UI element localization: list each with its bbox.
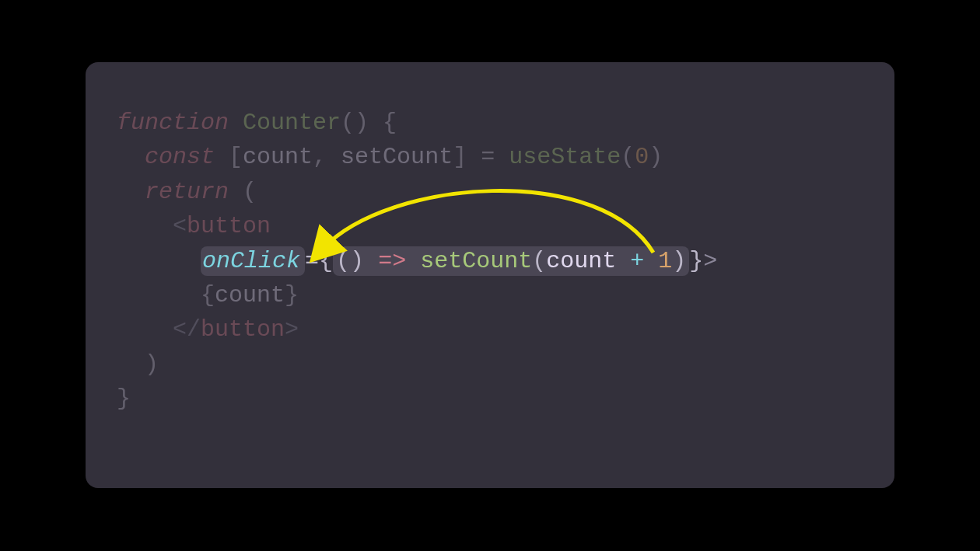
keyword-const: const	[145, 144, 215, 170]
highlight-onclick-attr: onClick	[201, 246, 305, 276]
fn-name: Counter	[243, 110, 341, 136]
code-block: function Counter() { const [count, setCo…	[117, 106, 863, 417]
code-panel: function Counter() { const [count, setCo…	[86, 62, 894, 488]
highlight-lambda-body: () => setCount(count + 1)	[333, 246, 689, 276]
attr-onclick: onClick	[202, 248, 300, 274]
call-setcount: setCount	[420, 248, 532, 274]
keyword-function: function	[117, 110, 229, 136]
jsx-tag-button-open: button	[187, 213, 271, 239]
jsx-tag-button-close: button	[201, 316, 285, 343]
keyword-return: return	[145, 179, 229, 205]
